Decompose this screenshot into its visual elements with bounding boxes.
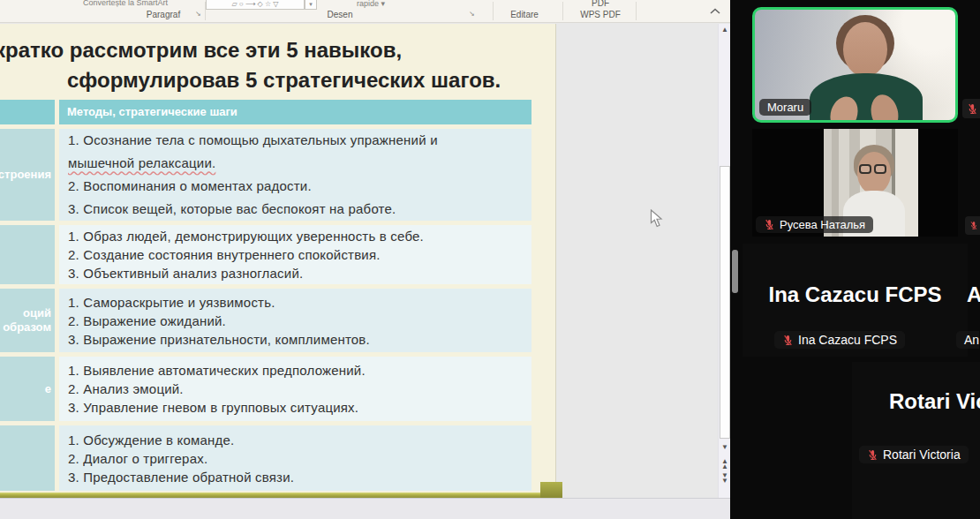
ribbon: Convertește la SmartArt ▱ ○ ⟶ ◇ ☆ ▽ ▾ ra… (0, 0, 730, 23)
document-scrollbar[interactable]: ▲ ▼ ▲▲ ▼▼ (718, 24, 730, 498)
table-line: 3. Управление гневом в групповых ситуаци… (68, 398, 531, 417)
table-line: 3. Выражение признательности, комплимент… (68, 330, 531, 349)
table-row: 1. Самораскрытие и уязвимость. 2. Выраже… (59, 289, 531, 352)
participant-label-partial (962, 99, 980, 118)
wps-editor-window: Convertește la SmartArt ▱ ○ ⟶ ◇ ☆ ▽ ▾ ra… (0, 0, 730, 519)
table-row-side (0, 225, 55, 284)
video-tile-rotari[interactable] (852, 362, 980, 519)
muted-mic-icon (967, 103, 978, 115)
table-header-side-cell (0, 100, 55, 124)
collapse-ribbon-icon[interactable] (710, 8, 720, 15)
table-row-side (0, 425, 55, 491)
table-row: 1. Образ людей, демонстрирующих уверенно… (59, 225, 531, 284)
participant-name: Moraru (767, 101, 803, 114)
video-tile-ina-cazacu[interactable]: Ina Cazacu FCPS Ina Cazacu FCPS (743, 244, 968, 357)
participant-name: Rotari Victoria (883, 448, 961, 462)
participant-name-label: Ina Cazacu FCPS (774, 331, 905, 349)
muted-mic-icon (782, 335, 794, 346)
table-line: 1. Выявление автоматических предположени… (68, 361, 531, 380)
participant-label-partial (965, 216, 980, 235)
table-row-side: оцийобразом (0, 289, 55, 352)
table-header-cell: Методы, стратегические шаги (59, 100, 531, 124)
ribbon-separator (205, 2, 206, 20)
video-tile-ruseva[interactable]: Русева Наталья (752, 129, 958, 237)
ribbon-group-paragraf: Paragraf (137, 10, 190, 19)
scrollbar-thumb[interactable] (720, 166, 730, 439)
scroll-up-button[interactable]: ▲ (719, 24, 730, 37)
document-canvas[interactable]: кратко рассмотрим все эти 5 навыков, сфо… (0, 24, 718, 498)
slide[interactable]: кратко рассмотрим все эти 5 навыков, сфо… (0, 24, 556, 498)
screen: Convertește la SmartArt ▱ ○ ⟶ ◇ ☆ ▽ ▾ ra… (0, 0, 980, 519)
table-line-spellcheck: мышечной релаксации. (68, 152, 531, 175)
muted-mic-icon (969, 220, 978, 231)
paragraf-dialog-launcher-icon[interactable]: ↘ (195, 10, 201, 18)
shapes-gallery[interactable]: ▱ ○ ⟶ ◇ ☆ ▽ (206, 0, 305, 10)
table-line: 3. Предоставление обратной связи. (68, 468, 531, 486)
table-line: 1. Образ людей, демонстрирующих уверенно… (68, 227, 531, 245)
participant-name: Ina Cazacu FCPS (798, 333, 897, 347)
convert-smartart-button[interactable]: Convertește la SmartArt (83, 0, 168, 7)
desen-dialog-launcher-icon[interactable]: ↘ (469, 10, 475, 18)
zoom-participants-panel: Moraru Русева Наталья (730, 0, 980, 519)
muted-mic-icon (764, 219, 775, 230)
panel-scrollbar-thumb[interactable] (732, 250, 738, 293)
table-line: 3. Список вещей, которые вас беспокоят н… (68, 198, 531, 221)
table-row: 1. Выявление автоматических предположени… (59, 357, 531, 421)
table-line: 2. Диалог о триггерах. (68, 449, 531, 468)
ribbon-separator (493, 2, 494, 20)
previous-page-button[interactable]: ▲▲ (719, 457, 730, 470)
participant-name-label: Русева Наталья (756, 216, 873, 233)
ribbon-separator (562, 2, 563, 20)
participant-name: Русева Наталья (780, 218, 865, 231)
participant-name-label: Moraru (759, 99, 811, 116)
ribbon-group-editare: Editare (498, 10, 551, 19)
participant-name: An (964, 333, 979, 347)
table-line: 2. Воспоминания о моментах радости. (68, 175, 531, 198)
table-row-side: строения (0, 129, 55, 221)
tab-wps-pdf[interactable]: WPS PDF (569, 10, 631, 19)
pdf-tool-label[interactable]: PDF (574, 0, 627, 8)
partial-participant-label: An (956, 331, 979, 349)
table-line: 2. Анализ эмоций. (68, 380, 531, 398)
participant-big-name: Ina Cazacu FCPS (743, 282, 968, 307)
video-tile-moraru[interactable]: Moraru (752, 7, 958, 123)
mouse-cursor (650, 209, 663, 228)
status-bar (0, 498, 730, 519)
participant-name-label: Rotari Victoria (859, 446, 969, 463)
muted-mic-icon (867, 449, 878, 461)
table-line: 1. Обсуждение в команде. (68, 431, 531, 449)
ribbon-separator (636, 2, 637, 20)
partial-participant-big-name: A (967, 282, 980, 307)
slide-title-line2: сформулировав 5 стратегических шагов. (67, 68, 501, 93)
ribbon-group-desen: Desen (313, 10, 366, 19)
table-line: 3. Объективный анализ разногласий. (68, 264, 531, 282)
table-row: 1. Осознание тела с помощью дыхательных … (59, 129, 531, 221)
table-line: 1. Самораскрытие и уязвимость. (68, 293, 531, 312)
table-row: 1. Обсуждение в команде. 2. Диалог о три… (59, 425, 531, 491)
table-line: 2. Выражение ожиданий. (68, 312, 531, 330)
table-row-side: е (0, 357, 55, 421)
table-line: 2. Создание состояния внутреннего спокой… (68, 245, 531, 264)
next-page-button[interactable]: ▼▼ (719, 471, 730, 485)
slide-title-line1: кратко рассмотрим все эти 5 навыков, (0, 38, 402, 63)
table-line: 1. Осознание тела с помощью дыхательных … (68, 129, 531, 152)
shapes-gallery-more-button[interactable]: ▾ (305, 0, 317, 10)
quick-styles-button[interactable]: rapide ▾ (357, 0, 385, 8)
scroll-down-button[interactable]: ▼ (719, 441, 730, 455)
participant-big-name: Rotari Victoria (889, 389, 980, 414)
